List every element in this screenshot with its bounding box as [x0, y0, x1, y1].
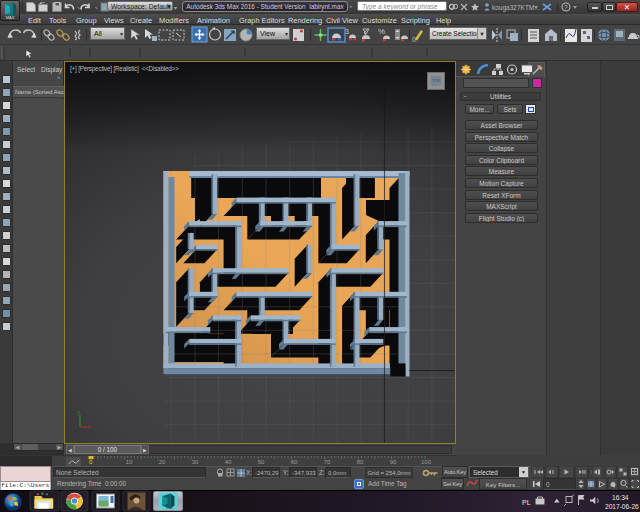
svg-text:16:34: 16:34: [612, 494, 629, 501]
svg-text:y: y: [77, 409, 80, 415]
svg-text:kouga327KTM...: kouga327KTM...: [492, 4, 540, 12]
svg-text:{}: {}: [412, 36, 416, 42]
svg-text:%: %: [378, 27, 385, 36]
svg-text:PL: PL: [522, 499, 531, 506]
svg-text:MAX: MAX: [166, 506, 174, 510]
svg-text:2017-06-26: 2017-06-26: [605, 503, 639, 510]
svg-text:3: 3: [345, 28, 349, 35]
svg-text:?: ?: [564, 4, 568, 11]
